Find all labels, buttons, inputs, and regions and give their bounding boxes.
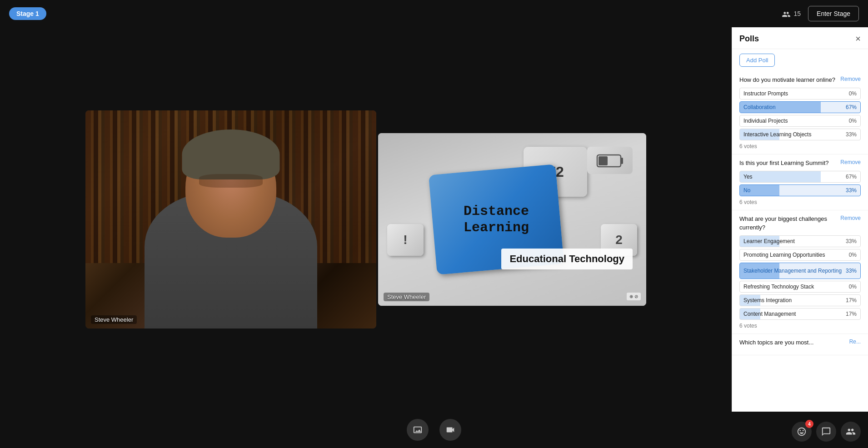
poll-option: Refreshing Technology Stack 0% (739, 281, 861, 293)
stage-badge[interactable]: Stage 1 (9, 7, 46, 20)
poll-2-votes: 6 votes (739, 199, 861, 205)
poll-2-question-row: Is this your first Learning Summit? Remo… (739, 159, 861, 167)
poll-section-2: Is this your first Learning Summit? Remo… (732, 154, 868, 210)
slide-main-text: DistanceLearning (464, 203, 529, 236)
add-poll-button[interactable]: Add Poll (739, 54, 775, 67)
poll-option-pct: 0% (849, 284, 860, 290)
poll-option-label: Promoting Learning Opportunities (740, 252, 849, 258)
share-screen-button[interactable] (407, 419, 429, 441)
poll-option-label: Interactive Learning Objects (740, 131, 846, 138)
poll-option-label: No (740, 187, 846, 194)
right-video-tile: ! 2 II F2 DistanceLearning Educational T… (378, 133, 646, 306)
poll-3-remove[interactable]: Remove (840, 215, 861, 221)
poll-option: Content Management 17% (739, 308, 861, 320)
right-video-label: Steve Wheeler (384, 293, 429, 301)
svg-rect-2 (599, 156, 608, 165)
poll-4-question-row: Which topics are you most... Re... (739, 338, 861, 347)
camera-icon (445, 425, 455, 435)
poll-option-label: Refreshing Technology Stack (740, 284, 849, 290)
poll-option-label: Yes (740, 174, 846, 180)
top-bar: Stage 1 15 Enter Stage (0, 0, 868, 27)
poll-section-3: What are your biggest challenges current… (732, 210, 868, 334)
left-video-tile: Steve Wheeler (85, 110, 376, 329)
polls-title: Polls (739, 34, 759, 44)
poll-3-question: What are your biggest challenges current… (739, 215, 837, 231)
top-bar-right: 15 Enter Stage (782, 6, 859, 21)
poll-option: Promoting Learning Opportunities 0% (739, 249, 861, 261)
slide-content: ! 2 II F2 DistanceLearning Educational T… (378, 133, 646, 306)
poll-option-pct: 33% (846, 268, 860, 274)
attendee-number: 15 (793, 10, 801, 17)
enter-stage-button[interactable]: Enter Stage (808, 6, 859, 21)
chat-button[interactable] (816, 422, 836, 442)
attendees-icon (782, 10, 791, 17)
emoji-icon (797, 427, 807, 437)
webcam-background (85, 110, 376, 329)
poll-option-label: Individual Projects (740, 118, 849, 124)
poll-option: Interactive Learning Objects 33% (739, 129, 861, 140)
poll-option: Yes 67% (739, 171, 861, 183)
poll-option-label: Instructor Prompts (740, 90, 849, 97)
poll-1-question: How do you motivate learner online? (739, 76, 837, 84)
poll-option-pct: 0% (849, 252, 860, 258)
polls-header: Polls × (732, 27, 868, 49)
poll-option-label: Learner Engagement (740, 238, 846, 244)
poll-section-1: How do you motivate learner online? Remo… (732, 71, 868, 154)
poll-option-pct: 17% (846, 311, 860, 317)
poll-option: Individual Projects 0% (739, 115, 861, 127)
poll-option-pct: 33% (846, 131, 860, 138)
poll-option: Stakeholder Management and Reporting 33% (739, 263, 861, 279)
poll-option-label: Systems Integration (740, 297, 846, 304)
poll-option-pct: 33% (846, 187, 860, 194)
poll-option-pct: 0% (849, 118, 860, 124)
slide-subtitle-text: Educational Technology (509, 253, 624, 264)
poll-1-remove[interactable]: Remove (840, 76, 861, 82)
poll-2-remove[interactable]: Remove (840, 159, 861, 165)
left-video-label: Steve Wheeler (91, 315, 137, 324)
poll-section-4: Which topics are you most... Re... (732, 334, 868, 355)
poll-option-pct: 17% (846, 297, 860, 304)
poll-option-label: Collaboration (740, 104, 846, 110)
poll-option-label: Content Management (740, 311, 846, 317)
license-badge: ⊕ ⊘ (627, 293, 641, 300)
edu-tech-banner: Educational Technology (501, 249, 633, 269)
poll-option: Systems Integration 17% (739, 294, 861, 306)
polls-close-button[interactable]: × (855, 34, 861, 44)
attendee-count: 15 (782, 10, 801, 17)
poll-option: No 33% (739, 184, 861, 196)
emoji-badge: 4 (805, 420, 813, 428)
poll-4-remove[interactable]: Re... (849, 338, 861, 345)
people-icon (846, 427, 856, 437)
poll-4-question: Which topics are you most... (739, 338, 846, 347)
bottom-bar (0, 412, 868, 448)
camera-toggle-button[interactable] (439, 419, 461, 441)
poll-2-question: Is this your first Learning Summit? (739, 159, 837, 167)
poll-option: Learner Engagement 33% (739, 235, 861, 247)
poll-1-votes: 6 votes (739, 143, 861, 149)
emoji-reaction-button[interactable]: 4 (792, 422, 812, 442)
people-button[interactable] (841, 422, 861, 442)
share-screen-icon (413, 425, 423, 435)
poll-option-pct: 0% (849, 90, 860, 97)
poll-option-label: Stakeholder Management and Reporting (740, 268, 846, 274)
svg-rect-1 (621, 158, 623, 164)
poll-option-pct: 33% (846, 238, 860, 244)
poll-option-pct: 67% (846, 174, 860, 180)
bottom-right-icons: 4 (792, 422, 861, 442)
poll-3-votes: 6 votes (739, 323, 861, 329)
poll-option: Instructor Prompts 0% (739, 88, 861, 100)
polls-panel: Polls × Add Poll How do you motivate lea… (732, 27, 868, 412)
poll-3-question-row: What are your biggest challenges current… (739, 215, 861, 231)
video-area: Steve Wheeler ! 2 II F2 DistanceLearnin (0, 27, 732, 412)
poll-option-pct: 67% (846, 104, 860, 110)
poll-1-question-row: How do you motivate learner online? Remo… (739, 76, 861, 84)
chat-icon (821, 427, 831, 437)
poll-option: Collaboration 67% (739, 101, 861, 113)
